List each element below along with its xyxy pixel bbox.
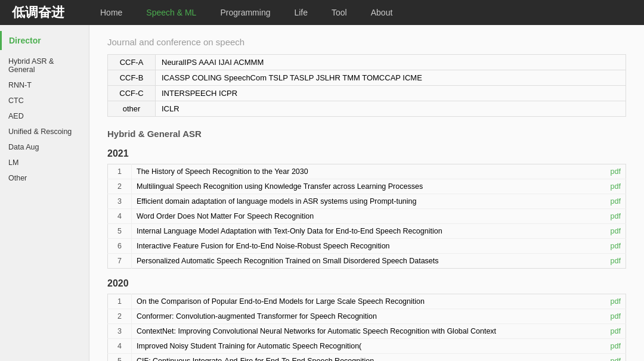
pdf-cell: pdf [602,209,626,224]
pdf-link[interactable]: pdf [611,227,621,235]
sidebar-item-rnn-t[interactable]: RNN-T [0,77,89,93]
nav-link-about[interactable]: About [371,8,393,17]
table-row: 3Efficient domain adaptation of language… [108,194,626,209]
conf-rank: CCF-C [108,86,156,101]
pdf-cell: pdf [602,224,626,239]
conf-row: CCF-ANeuralIPS AAAI IJAI ACMMM [108,55,626,70]
conf-rank: other [108,101,156,117]
table-row: 7Personalized Automatic Speech Recogniti… [108,254,626,269]
table-row: 1The History of Speech Recognition to th… [108,164,626,179]
sidebar-item-aed[interactable]: AED [0,108,89,124]
paper-number: 3 [108,324,132,339]
paper-number: 5 [108,224,132,239]
paper-title: ContextNet: Improving Convolutional Neur… [132,324,602,339]
director-label: Director [9,36,41,45]
sidebar-item-ctc[interactable]: CTC [0,93,89,108]
table-row: 5CIF: Continuous Integrate-And-Fire for … [108,354,626,362]
conf-row: CCF-CINTERSPEECH ICPR [108,86,626,101]
nav-link-tool[interactable]: Tool [332,8,347,17]
pdf-cell: pdf [602,339,626,354]
table-row: 4Improved Noisy Student Training for Aut… [108,339,626,354]
paper-title: Interactive Feature Fusion for End-to-En… [132,239,602,254]
paper-title: The History of Speech Recognition to the… [132,164,602,179]
conf-venues: ICASSP COLING SpeechCom TSLP TASLP JSLHR… [156,70,626,86]
conf-rank: CCF-A [108,55,156,70]
year-heading-2021: 2021 [107,148,626,159]
paper-title: Personalized Automatic Speech Recognitio… [132,254,602,269]
pdf-link[interactable]: pdf [611,342,621,350]
paper-title: Word Order Does Not Matter For Speech Re… [132,209,602,224]
year-heading-2020: 2020 [107,278,626,289]
paper-table-2020: 1On the Comparison of Popular End-to-End… [107,294,626,361]
sidebar-item-lm[interactable]: LM [0,155,89,170]
pdf-link[interactable]: pdf [611,297,621,306]
conf-venues: NeuralIPS AAAI IJAI ACMMM [156,55,626,70]
table-row: 3ContextNet: Improving Convolutional Neu… [108,324,626,339]
paper-number: 1 [108,164,132,179]
pdf-cell: pdf [602,324,626,339]
sidebar: Director Hybrid ASR & GeneralRNN-TCTCAED… [0,25,89,361]
paper-title: CIF: Continuous Integrate-And-Fire for E… [132,354,602,362]
conf-rank: CCF-B [108,70,156,86]
pdf-cell: pdf [602,194,626,209]
pdf-link[interactable]: pdf [611,182,621,191]
paper-title: Improved Noisy Student Training for Auto… [132,339,602,354]
paper-number: 7 [108,254,132,269]
pdf-link[interactable]: pdf [611,312,621,320]
paper-title: On the Comparison of Popular End-to-End … [132,294,602,309]
paper-title: Internal Language Model Adaptation with … [132,224,602,239]
paper-title: Conformer: Convolution-augmented Transfo… [132,309,602,324]
pdf-cell: pdf [602,239,626,254]
table-row: 1On the Comparison of Popular End-to-End… [108,294,626,309]
pdf-cell: pdf [602,164,626,179]
pdf-link[interactable]: pdf [611,242,621,250]
pdf-link[interactable]: pdf [611,197,621,206]
years-container: 20211The History of Speech Recognition t… [107,148,626,361]
sidebar-item-unified---rescoing[interactable]: Unified & Rescoing [0,124,89,139]
nav-link-speech---ml[interactable]: Speech & ML [146,8,196,17]
sidebar-item-data-aug[interactable]: Data Aug [0,139,89,155]
nav-link-home[interactable]: Home [100,8,122,17]
layout: Director Hybrid ASR & GeneralRNN-TCTCAED… [0,25,644,361]
pdf-cell: pdf [602,309,626,324]
conf-venues: INTERSPEECH ICPR [156,86,626,101]
sidebar-item-other[interactable]: Other [0,170,89,186]
pdf-cell: pdf [602,294,626,309]
table-row: 6Interactive Feature Fusion for End-to-E… [108,239,626,254]
section-title: Journal and conference on speech [107,37,626,47]
pdf-link[interactable]: pdf [611,357,621,361]
paper-title: Multilingual Speech Recognition using Kn… [132,179,602,194]
conf-venues: ICLR [156,101,626,117]
hybrid-section-heading: Hybrid & General ASR [107,129,626,139]
navbar: 低调奋进 HomeSpeech & MLProgrammingLifeToolA… [0,0,644,25]
pdf-link[interactable]: pdf [611,257,621,265]
table-row: 2Conformer: Convolution-augmented Transf… [108,309,626,324]
paper-table-2021: 1The History of Speech Recognition to th… [107,164,626,269]
conference-table: CCF-ANeuralIPS AAAI IJAI ACMMMCCF-BICASS… [107,54,626,117]
paper-number: 3 [108,194,132,209]
paper-number: 2 [108,179,132,194]
nav-link-life[interactable]: Life [294,8,308,17]
conf-row: otherICLR [108,101,626,117]
paper-number: 5 [108,354,132,362]
paper-number: 4 [108,209,132,224]
table-row: 4Word Order Does Not Matter For Speech R… [108,209,626,224]
sidebar-director[interactable]: Director [0,31,89,50]
pdf-link[interactable]: pdf [611,212,621,220]
main-content: Journal and conference on speech CCF-ANe… [89,25,644,361]
nav-links: HomeSpeech & MLProgrammingLifeToolAbout [100,8,392,17]
paper-number: 2 [108,309,132,324]
sidebar-items: Hybrid ASR & GeneralRNN-TCTCAEDUnified &… [0,54,89,186]
pdf-cell: pdf [602,179,626,194]
pdf-cell: pdf [602,354,626,362]
nav-link-programming[interactable]: Programming [220,8,270,17]
paper-number: 4 [108,339,132,354]
paper-number: 1 [108,294,132,309]
pdf-cell: pdf [602,254,626,269]
conf-row: CCF-BICASSP COLING SpeechCom TSLP TASLP … [108,70,626,86]
sidebar-item-hybrid-asr---general[interactable]: Hybrid ASR & General [0,54,89,77]
pdf-link[interactable]: pdf [611,167,621,176]
logo: 低调奋进 [12,4,64,21]
table-row: 2Multilingual Speech Recognition using K… [108,179,626,194]
pdf-link[interactable]: pdf [611,327,621,335]
